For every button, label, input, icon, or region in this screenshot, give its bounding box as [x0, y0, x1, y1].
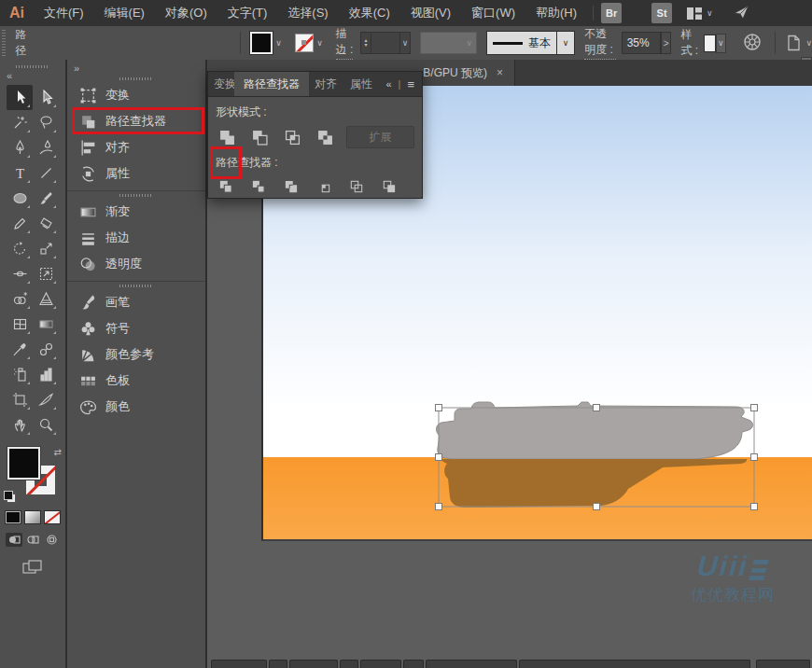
status-segment[interactable] — [340, 660, 358, 668]
tab-pathfinder[interactable]: 路径查找器 — [234, 72, 309, 96]
pencil-tool[interactable] — [7, 211, 33, 236]
intersect-button[interactable] — [281, 126, 304, 148]
tab-transform[interactable]: 变换 — [208, 72, 234, 96]
outline-button[interactable] — [346, 177, 367, 196]
dock-item-brushes[interactable]: 画笔 — [67, 289, 205, 315]
dock-item-pathfinder[interactable]: 路径查找器 — [67, 108, 205, 134]
menu-view[interactable]: 视图(V) — [400, 0, 461, 26]
dock-item-gradient[interactable]: 渐变 — [67, 199, 205, 225]
menu-object[interactable]: 对象(O) — [155, 0, 217, 26]
draw-inside-button[interactable] — [43, 533, 60, 547]
menu-file[interactable]: 文件(F) — [34, 0, 94, 26]
collapse-panel-icon[interactable]: « — [0, 70, 65, 83]
status-segment[interactable] — [756, 660, 810, 668]
fill-swatch[interactable] — [7, 447, 40, 480]
dock-item-stroke[interactable]: 描边 — [67, 225, 205, 251]
crop-button[interactable] — [314, 177, 334, 196]
dock-grip[interactable] — [119, 194, 153, 197]
dock-item-symbols[interactable]: 符号 — [67, 315, 205, 341]
graphic-style-swatch[interactable] — [704, 35, 715, 52]
curvature-tool[interactable] — [33, 135, 59, 160]
boat-shadow-shape[interactable] — [441, 459, 747, 508]
trim-button[interactable] — [248, 177, 269, 196]
none-button[interactable] — [44, 510, 61, 524]
chevron-down-icon[interactable]: ∨ — [273, 38, 286, 48]
dock-grip[interactable] — [119, 77, 153, 80]
stock-button[interactable]: St — [651, 3, 672, 23]
menu-type[interactable]: 文字(T) — [217, 0, 278, 26]
opacity-label[interactable]: 不透明度 : — [584, 26, 616, 60]
bridge-button[interactable]: Br — [601, 3, 622, 23]
dock-grip[interactable] — [119, 285, 153, 287]
status-segment[interactable] — [519, 660, 750, 668]
share-button[interactable] — [734, 5, 750, 22]
menu-select[interactable]: 选择(S) — [277, 0, 338, 26]
line-segment-tool[interactable] — [33, 160, 59, 186]
dock-item-transparency[interactable]: 透明度 — [67, 251, 205, 277]
dock-item-swatches[interactable]: 色板 — [67, 368, 205, 394]
stepper-down-icon[interactable]: ▾ — [361, 43, 370, 48]
free-transform-tool[interactable] — [33, 261, 59, 286]
artboard-tool[interactable] — [7, 387, 33, 412]
collapse-icons-icon[interactable]: « — [385, 78, 391, 90]
chevron-down-icon[interactable]: ∨ — [314, 38, 327, 48]
status-segment[interactable] — [426, 660, 517, 668]
hand-tool[interactable] — [7, 412, 33, 438]
color-button[interactable] — [5, 510, 21, 524]
minus-back-button[interactable] — [379, 177, 399, 196]
tab-align[interactable]: 对齐 — [309, 72, 344, 96]
stroke-weight-field[interactable] — [371, 32, 401, 54]
status-segment[interactable] — [289, 660, 338, 668]
fill-color-swatch[interactable] — [250, 32, 273, 54]
tools-panel-grip[interactable] — [16, 65, 49, 68]
merge-button[interactable] — [281, 177, 301, 196]
chevron-down-icon[interactable]: ∨ — [716, 34, 726, 53]
workspace-switcher[interactable]: ∨ — [687, 7, 713, 20]
dock-item-attributes[interactable]: 属性 — [67, 160, 205, 187]
tab-attributes[interactable]: 属性 — [344, 72, 378, 96]
draw-behind-button[interactable] — [24, 533, 41, 547]
eraser-tool[interactable] — [33, 211, 59, 236]
eyedropper-tool[interactable] — [7, 337, 33, 362]
selection-tool[interactable] — [7, 85, 33, 110]
menu-edit[interactable]: 编辑(E) — [94, 0, 155, 26]
gradient-tool[interactable] — [33, 312, 59, 337]
status-segment[interactable] — [403, 660, 424, 668]
status-segment[interactable] — [269, 660, 287, 668]
screen-mode-button[interactable] — [0, 560, 65, 575]
gradient-button[interactable] — [24, 510, 41, 524]
dock-item-transform[interactable]: 变换 — [67, 82, 205, 108]
symbol-sprayer-tool[interactable] — [7, 362, 33, 387]
panel-menu-icon[interactable]: ≡ — [407, 77, 414, 91]
exclude-button[interactable] — [314, 126, 337, 148]
dock-item-color[interactable]: 颜色 — [67, 394, 205, 420]
menu-effect[interactable]: 效果(C) — [339, 0, 400, 26]
expand-dock-icon[interactable]: » — [67, 60, 205, 76]
opacity-expand-button[interactable]: > — [661, 32, 671, 54]
controlbar-grip[interactable] — [2, 30, 6, 56]
stroke-weight-stepper[interactable]: ▴ ▾ — [360, 32, 371, 54]
dock-item-align[interactable]: 对齐 — [67, 134, 205, 160]
brush-definition-dropdown[interactable]: 基本 ∨ — [486, 32, 575, 54]
zoom-tool[interactable] — [33, 412, 59, 438]
default-fill-stroke-icon[interactable] — [4, 491, 16, 503]
perspective-grid-tool[interactable] — [33, 286, 59, 312]
dock-item-color-guide[interactable]: 颜色参考 — [67, 341, 205, 368]
mesh-tool[interactable] — [7, 312, 33, 337]
divide-button[interactable] — [216, 177, 236, 196]
pen-tool[interactable] — [7, 135, 33, 160]
blend-tool[interactable] — [33, 337, 59, 362]
recolor-artwork-button[interactable] — [743, 33, 762, 54]
chevron-down-icon[interactable]: ∨ — [400, 32, 411, 54]
unite-button[interactable] — [216, 126, 239, 148]
opacity-field[interactable]: 35% — [622, 32, 662, 54]
magic-wand-tool[interactable] — [7, 110, 33, 135]
lasso-tool[interactable] — [33, 110, 59, 135]
menu-help[interactable]: 帮助(H) — [525, 0, 587, 26]
paintbrush-tool[interactable] — [33, 186, 59, 211]
minus-front-button[interactable] — [248, 126, 272, 148]
scale-tool[interactable] — [33, 236, 59, 261]
draw-normal-button[interactable] — [6, 533, 22, 547]
type-tool[interactable]: T — [7, 160, 33, 186]
width-tool[interactable] — [7, 261, 33, 286]
